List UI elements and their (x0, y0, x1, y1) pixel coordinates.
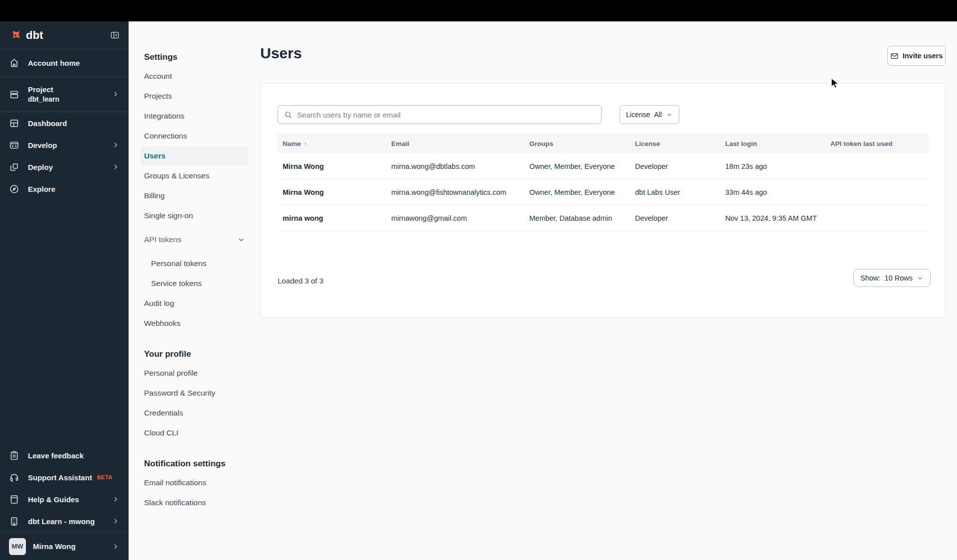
users-table: Name↑ Email Groups License Last login AP… (278, 134, 929, 231)
settings-nav-account[interactable]: Account (141, 66, 248, 86)
settings-nav-personal-profile[interactable]: Personal profile (141, 363, 248, 383)
sort-asc-icon: ↑ (304, 140, 308, 147)
sidebar-item-account-home[interactable]: Account home (0, 49, 129, 77)
show-value: 10 Rows (885, 274, 913, 282)
settings-nav-title: Settings (141, 48, 248, 66)
search-icon (284, 111, 293, 119)
sidebar-item-label: Dashboard (28, 119, 67, 128)
settings-nav-audit-log[interactable]: Audit log (141, 293, 248, 313)
settings-nav-email-notifications[interactable]: Email notifications (141, 473, 248, 493)
settings-nav-credentials[interactable]: Credentials (141, 403, 248, 423)
sidebar-spacer (0, 200, 129, 444)
chevron-right-icon (112, 495, 120, 503)
rows-per-page-dropdown[interactable]: Show: 10 Rows (853, 269, 931, 287)
chevron-right-icon (112, 517, 120, 525)
invite-users-label: Invite users (903, 52, 943, 60)
settings-nav-cloud-cli[interactable]: Cloud CLI (141, 423, 248, 443)
users-card: License All Name↑ Email Groups License L… (260, 83, 946, 318)
chevron-down-icon (666, 111, 673, 118)
invite-users-button[interactable]: Invite users (887, 46, 946, 66)
develop-icon (9, 140, 20, 150)
user-search[interactable] (278, 105, 602, 124)
sidebar-item-label: Deploy (28, 163, 53, 171)
settings-nav-service-tokens[interactable]: Service tokens (141, 274, 248, 293)
license-filter-label: License (626, 111, 650, 119)
cell-groups: Member, Database admin (524, 214, 630, 222)
column-header-license[interactable]: License (630, 140, 720, 147)
settings-nav-billing[interactable]: Billing (141, 186, 248, 206)
notification-section-title: Notification settings (141, 455, 248, 473)
sidebar-item-deploy[interactable]: Deploy (0, 156, 129, 178)
sidebar-item-label: Help & Guides (28, 495, 79, 504)
chevron-down-icon (917, 275, 924, 281)
profile-section-title: Your profile (141, 345, 248, 363)
column-header-groups[interactable]: Groups (524, 140, 630, 147)
cell-license: Developer (630, 162, 720, 170)
settings-nav-projects[interactable]: Projects (141, 86, 248, 106)
cell-name: mirna wong (278, 214, 386, 222)
settings-nav-api-tokens-label: API tokens (144, 235, 181, 244)
user-name: Mirna Wong (33, 542, 76, 551)
cell-groups: Owner, Member, Everyone (524, 162, 630, 170)
cell-last-login: Nov 13, 2024, 9:35 AM GMT (720, 214, 825, 222)
dashboard-icon (9, 118, 20, 129)
settings-nav-password-security[interactable]: Password & Security (141, 383, 248, 403)
table-row[interactable]: mirna wong mirnawong@gmail.com Member, D… (278, 205, 929, 231)
sidebar-item-project[interactable]: Project dbt_learn (0, 77, 129, 112)
table-row[interactable]: Mirna Wong mirna.wong@fishtownanalytics.… (278, 179, 929, 205)
column-header-email[interactable]: Email (386, 140, 524, 147)
settings-nav-connections[interactable]: Connections (141, 126, 248, 146)
sidebar-project-name: dbt_learn (28, 95, 59, 103)
sidebar-item-label: Develop (28, 141, 57, 149)
clipboard-icon (9, 450, 20, 461)
table-row[interactable]: Mirna Wong mirna.wong@dbtlabs.com Owner,… (278, 153, 929, 179)
page-title: Users (260, 45, 302, 62)
chevron-right-icon (112, 163, 120, 171)
column-header-api-token[interactable]: API token last used (825, 140, 929, 147)
sidebar-item-label: dbt Learn - mwong (28, 517, 95, 526)
sidebar-item-label: Support Assistant (28, 473, 92, 482)
settings-nav-integrations[interactable]: Integrations (141, 106, 248, 126)
envelope-icon (890, 52, 899, 60)
chevron-right-icon (112, 543, 120, 551)
sidebar-collapse-icon[interactable] (110, 30, 120, 40)
loaded-status: Loaded 3 of 3 (278, 277, 323, 285)
settings-nav-groups-licenses[interactable]: Groups & Licenses (141, 166, 248, 186)
show-label: Show: (860, 274, 880, 282)
column-header-last-login[interactable]: Last login (720, 140, 825, 147)
sidebar-item-leave-feedback[interactable]: Leave feedback (0, 444, 129, 466)
sidebar-user-menu[interactable]: MW Mirna Wong (0, 532, 129, 560)
column-header-name[interactable]: Name↑ (278, 140, 386, 147)
settings-nav-personal-tokens[interactable]: Personal tokens (141, 254, 248, 274)
search-input[interactable] (297, 111, 595, 119)
sidebar-item-explore[interactable]: Explore (0, 178, 129, 200)
chevron-right-icon (112, 141, 120, 149)
top-bar (0, 0, 957, 21)
sidebar-item-dbt-learn[interactable]: dbt Learn - mwong (0, 510, 129, 532)
settings-nav-single-sign-on[interactable]: Single sign-on (141, 206, 248, 226)
license-filter-dropdown[interactable]: License All (620, 105, 679, 124)
beta-badge: BETA (97, 474, 113, 480)
sidebar-item-help-guides[interactable]: Help & Guides (0, 488, 129, 510)
project-icon (9, 89, 20, 100)
dbt-logo-icon (9, 30, 22, 41)
sidebar-item-support-assistant[interactable]: Support Assistant BETA (0, 466, 129, 488)
settings-nav-api-tokens[interactable]: API tokens (141, 230, 248, 250)
chevron-down-icon (237, 236, 245, 244)
license-filter-value: All (654, 111, 662, 119)
brand-name: dbt (26, 29, 43, 42)
cell-email: mirna.wong@dbtlabs.com (386, 162, 524, 170)
cell-groups: Owner, Member, Everyone (524, 188, 630, 196)
book-icon (9, 494, 20, 505)
settings-nav-webhooks[interactable]: Webhooks (141, 313, 248, 333)
settings-nav-users[interactable]: Users (141, 146, 248, 166)
settings-nav-slack-notifications[interactable]: Slack notifications (141, 493, 248, 513)
sidebar-item-label: Explore (28, 185, 55, 193)
sidebar: dbt Account home Project dbt_learn Dashb… (0, 21, 129, 560)
sidebar-item-dashboard[interactable]: Dashboard (0, 112, 129, 134)
table-header-row: Name↑ Email Groups License Last login AP… (278, 134, 929, 153)
sidebar-item-develop[interactable]: Develop (0, 134, 129, 156)
filters-row: License All (278, 105, 931, 124)
cell-license: dbt Labs User (630, 188, 720, 196)
cell-last-login: 33m 44s ago (720, 188, 825, 196)
